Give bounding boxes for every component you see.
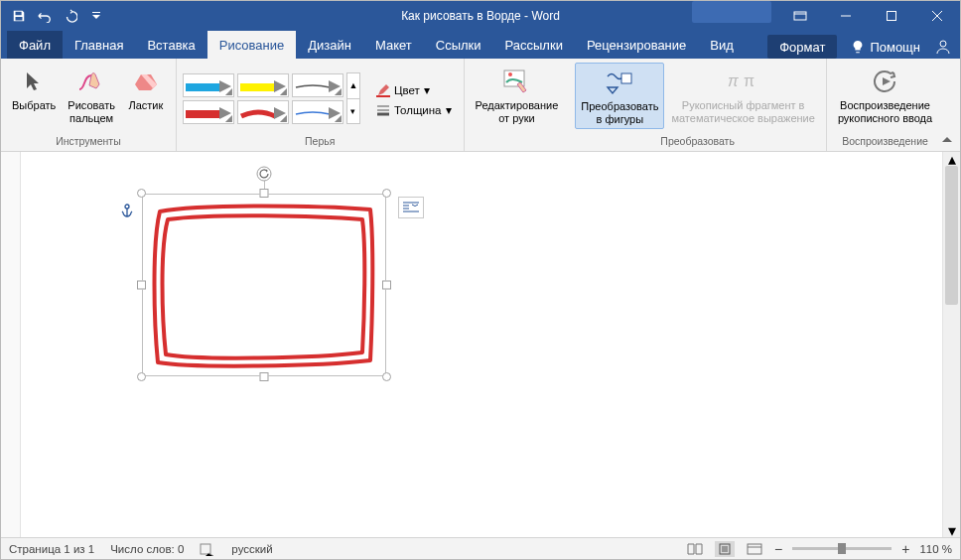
window-title: Как рисовать в Ворде - Word bbox=[401, 9, 560, 23]
select-button[interactable]: Выбрать bbox=[7, 63, 61, 115]
rotate-handle[interactable] bbox=[256, 166, 272, 182]
collapse-ribbon-button[interactable] bbox=[940, 133, 954, 147]
redo-button[interactable] bbox=[59, 5, 82, 27]
scroll-more[interactable]: ▾ bbox=[346, 98, 360, 125]
zoom-slider[interactable] bbox=[792, 547, 892, 550]
document-canvas[interactable] bbox=[21, 152, 942, 537]
tab-mailings[interactable]: Рассылки bbox=[493, 31, 575, 59]
svg-text:π: π bbox=[728, 72, 739, 89]
undo-button[interactable] bbox=[33, 5, 57, 27]
minimize-button[interactable] bbox=[823, 1, 869, 31]
view-print-layout[interactable] bbox=[715, 541, 735, 557]
title-bar: Как рисовать в Ворде - Word bbox=[1, 1, 960, 31]
ribbon: Выбрать Рисовать пальцем Ластик Инструме… bbox=[1, 59, 960, 152]
status-language[interactable]: русский bbox=[231, 543, 272, 555]
maximize-button[interactable] bbox=[869, 1, 914, 31]
view-web-layout[interactable] bbox=[745, 541, 764, 557]
eraser-label: Ластик bbox=[128, 99, 163, 112]
tab-design[interactable]: Дизайн bbox=[296, 31, 363, 59]
ink-to-math-button: ππ Рукописный фрагмент вматематическое в… bbox=[666, 63, 819, 127]
status-bar: Страница 1 из 1 Число слов: 0 русский − … bbox=[1, 537, 960, 559]
pen-thickness-dropdown[interactable]: Толщина ▾ bbox=[370, 101, 458, 119]
group-tools: Выбрать Рисовать пальцем Ластик Инструме… bbox=[1, 59, 177, 151]
tell-me-search[interactable]: Помощн bbox=[851, 40, 920, 55]
edit-ink-button[interactable]: Редактированиеот руки bbox=[471, 63, 564, 127]
resize-handle-nw[interactable] bbox=[137, 189, 146, 198]
pen-preset-1[interactable] bbox=[183, 73, 234, 97]
group-edit-ink: Редактированиеот руки bbox=[465, 59, 570, 151]
finger-draw-icon bbox=[77, 70, 105, 93]
group-convert-label: Преобразовать bbox=[660, 135, 735, 149]
quick-access-customize[interactable] bbox=[84, 5, 108, 27]
eraser-button[interactable]: Ластик bbox=[122, 63, 170, 115]
tab-insert[interactable]: Вставка bbox=[135, 31, 206, 59]
svg-point-13 bbox=[257, 167, 271, 181]
pen-preset-2[interactable] bbox=[237, 73, 289, 97]
ink-replay-button[interactable]: Воспроизведениерукописного ввода bbox=[833, 63, 937, 127]
scroll-down-button[interactable]: ▾ bbox=[943, 523, 960, 537]
ink-to-shape-icon bbox=[605, 70, 634, 95]
vertical-ruler bbox=[1, 152, 21, 537]
anchor-icon bbox=[120, 204, 134, 217]
zoom-slider-thumb[interactable] bbox=[838, 543, 846, 554]
tab-references[interactable]: Ссылки bbox=[424, 31, 493, 59]
pen-gallery: ▲▾ bbox=[183, 73, 360, 124]
ribbon-tabs: Файл Главная Вставка Рисование Дизайн Ма… bbox=[1, 31, 960, 59]
tab-review[interactable]: Рецензирование bbox=[575, 31, 698, 59]
pen-preset-6[interactable] bbox=[292, 100, 343, 124]
resize-handle-se[interactable] bbox=[382, 372, 391, 381]
tab-draw[interactable]: Рисование bbox=[207, 31, 296, 59]
svg-point-2 bbox=[940, 41, 946, 47]
resize-handle-s[interactable] bbox=[260, 372, 269, 381]
user-account-badge[interactable] bbox=[692, 1, 771, 23]
scroll-up-button[interactable]: ▴ bbox=[943, 152, 960, 166]
window-buttons bbox=[692, 1, 960, 31]
ink-selection[interactable] bbox=[142, 194, 386, 376]
view-read-mode[interactable] bbox=[685, 541, 705, 557]
cursor-icon bbox=[22, 70, 46, 93]
resize-handle-w[interactable] bbox=[137, 281, 146, 290]
resize-handle-ne[interactable] bbox=[382, 189, 391, 198]
tab-format[interactable]: Формат bbox=[767, 35, 837, 59]
group-replay: Воспроизведениерукописного ввода Воспрои… bbox=[827, 59, 943, 151]
color-label: Цвет bbox=[394, 84, 420, 96]
pen-color-dropdown[interactable]: Цвет ▾ bbox=[370, 81, 458, 99]
ribbon-options-button[interactable] bbox=[777, 1, 823, 31]
lightbulb-icon bbox=[851, 40, 865, 54]
pen-preset-5[interactable] bbox=[237, 100, 289, 124]
svg-rect-3 bbox=[186, 83, 219, 91]
chevron-down-icon: ▾ bbox=[446, 103, 452, 117]
pencil-icon bbox=[376, 83, 390, 97]
close-button[interactable] bbox=[914, 1, 960, 31]
resize-handle-e[interactable] bbox=[382, 281, 391, 290]
resize-handle-sw[interactable] bbox=[137, 372, 146, 381]
group-tools-label: Инструменты bbox=[56, 135, 120, 149]
status-wordcount[interactable]: Число слов: 0 bbox=[110, 543, 184, 555]
zoom-in-button[interactable]: + bbox=[901, 541, 909, 557]
zoom-out-button[interactable]: − bbox=[774, 541, 782, 557]
pen-preset-4[interactable] bbox=[183, 100, 234, 124]
draw-finger-button[interactable]: Рисовать пальцем bbox=[63, 63, 120, 127]
tab-layout[interactable]: Макет bbox=[363, 31, 424, 59]
ink-to-shapes-button[interactable]: Преобразоватьв фигуры bbox=[575, 63, 664, 129]
account-icon[interactable] bbox=[934, 38, 952, 56]
group-convert: Преобразоватьв фигуры ππ Рукописный фраг… bbox=[569, 59, 827, 151]
pen-preset-3[interactable] bbox=[292, 73, 343, 97]
layout-options-button[interactable] bbox=[398, 197, 424, 218]
scroll-thumb[interactable] bbox=[945, 166, 958, 305]
tab-view[interactable]: Вид bbox=[698, 31, 746, 59]
save-button[interactable] bbox=[7, 5, 31, 27]
vertical-scrollbar[interactable]: ▴ ▾ bbox=[942, 152, 960, 537]
tab-file[interactable]: Файл bbox=[7, 31, 63, 59]
proofing-icon[interactable] bbox=[200, 542, 215, 556]
zoom-level[interactable]: 110 % bbox=[919, 543, 952, 555]
svg-text:π: π bbox=[744, 72, 755, 89]
svg-rect-16 bbox=[748, 544, 761, 554]
tab-home[interactable]: Главная bbox=[63, 31, 135, 59]
resize-handle-n[interactable] bbox=[260, 189, 269, 198]
edit-ink-icon bbox=[502, 69, 530, 94]
svg-point-8 bbox=[508, 72, 512, 76]
status-page[interactable]: Страница 1 из 1 bbox=[9, 543, 94, 555]
quick-access-toolbar bbox=[1, 5, 108, 27]
scroll-up[interactable]: ▲ bbox=[346, 72, 360, 99]
